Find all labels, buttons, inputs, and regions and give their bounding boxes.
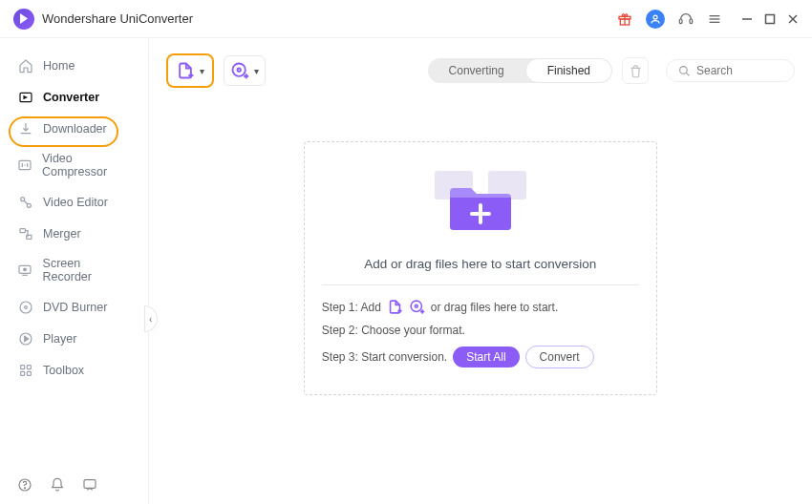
player-icon [17, 330, 33, 346]
svg-rect-10 [766, 14, 775, 23]
divider [322, 284, 639, 285]
menu-icon[interactable] [707, 11, 722, 27]
svg-rect-18 [20, 228, 25, 232]
sidebar-item-home[interactable]: Home [0, 50, 148, 81]
sidebar-item-editor[interactable]: Video Editor [0, 186, 148, 218]
sidebar-item-label: Screen Recorder [43, 257, 131, 284]
sidebar-item-label: Merger [43, 227, 81, 241]
add-file-icon [176, 61, 195, 80]
app-logo-icon [13, 9, 34, 30]
sidebar-item-player[interactable]: Player [0, 323, 148, 354]
sidebar-item-label: Player [43, 332, 76, 346]
step-1: Step 1: Add or drag files here to start. [322, 299, 639, 315]
window-minimize-icon[interactable] [741, 13, 753, 25]
window-maximize-icon[interactable] [764, 13, 776, 25]
add-file-icon [387, 299, 403, 315]
svg-rect-32 [84, 480, 96, 489]
window-close-icon[interactable] [787, 13, 799, 25]
step1-suffix: or drag files here to start. [431, 301, 558, 314]
recorder-icon [17, 262, 33, 279]
user-avatar-icon[interactable] [646, 10, 665, 29]
svg-point-39 [680, 66, 688, 74]
dropzone-text: Add or drag files here to start conversi… [322, 257, 639, 271]
svg-rect-27 [27, 365, 31, 368]
home-icon [17, 57, 33, 74]
convert-button[interactable]: Convert [525, 346, 594, 368]
sidebar-item-compressor[interactable]: Video Compressor [0, 144, 148, 186]
svg-point-35 [232, 64, 245, 76]
add-file-button[interactable]: ▾ [166, 53, 214, 88]
svg-point-3 [653, 15, 657, 19]
titlebar-right [617, 10, 799, 29]
chevron-down-icon: ▾ [254, 66, 259, 76]
svg-rect-28 [20, 371, 24, 375]
step-2: Step 2: Choose your format. [322, 324, 639, 337]
sidebar-item-converter[interactable]: Converter [0, 81, 148, 113]
help-icon[interactable] [17, 477, 32, 493]
add-disc-button[interactable]: ▾ [224, 55, 266, 86]
svg-line-17 [24, 200, 28, 204]
search-box[interactable] [666, 59, 795, 82]
merger-icon [17, 225, 33, 242]
dropzone[interactable]: Add or drag files here to start conversi… [304, 141, 657, 395]
svg-point-24 [24, 305, 27, 308]
sidebar-item-recorder[interactable]: Screen Recorder [0, 249, 148, 291]
svg-point-47 [411, 301, 421, 311]
main-panel: ▾ ▾ Converting Finished [149, 38, 812, 504]
sidebar-item-label: Converter [43, 91, 99, 104]
tab-converting[interactable]: Converting [428, 58, 525, 83]
feedback-icon[interactable] [82, 477, 97, 493]
svg-point-21 [24, 268, 27, 271]
start-all-button[interactable]: Start All [453, 346, 519, 368]
sidebar: Home Converter Downloader Video Compress… [0, 38, 149, 504]
toolbar: ▾ ▾ Converting Finished [166, 53, 795, 88]
sidebar-item-label: Toolbox [43, 364, 84, 377]
step1-prefix: Step 1: Add [322, 301, 381, 314]
svg-line-40 [686, 73, 689, 75]
editor-icon [17, 194, 33, 210]
app-title: Wondershare UniConverter [42, 11, 193, 26]
trash-icon [629, 64, 643, 78]
dvd-icon [17, 299, 33, 315]
sidebar-item-dvd[interactable]: DVD Burner [0, 291, 148, 323]
titlebar: Wondershare UniConverter [0, 0, 812, 38]
compressor-icon [17, 158, 32, 174]
toolbox-icon [17, 362, 33, 378]
search-icon [678, 65, 691, 77]
svg-point-48 [415, 304, 417, 307]
svg-rect-26 [20, 365, 24, 368]
gift-icon[interactable] [617, 11, 632, 27]
svg-rect-5 [690, 19, 693, 24]
sidebar-item-label: DVD Burner [43, 301, 107, 314]
svg-point-36 [237, 69, 240, 72]
svg-rect-4 [679, 19, 682, 24]
sidebar-item-label: Home [43, 59, 75, 73]
sidebar-item-label: Video Compressor [42, 152, 131, 178]
sidebar-item-label: Downloader [43, 122, 107, 136]
svg-rect-29 [27, 371, 31, 375]
folder-plus-icon [423, 163, 538, 240]
add-disc-icon [409, 299, 425, 315]
search-input[interactable] [696, 64, 782, 77]
sidebar-item-toolbox[interactable]: Toolbox [0, 354, 148, 386]
add-disc-icon [230, 61, 249, 80]
status-tabs: Converting Finished [428, 58, 612, 83]
chevron-down-icon: ▾ [200, 66, 204, 76]
titlebar-left: Wondershare UniConverter [13, 9, 193, 30]
sidebar-item-label: Video Editor [43, 196, 108, 209]
support-icon[interactable] [678, 11, 694, 27]
downloader-icon [17, 120, 33, 136]
delete-button[interactable] [622, 57, 649, 84]
notifications-icon[interactable] [50, 477, 65, 493]
tab-finished[interactable]: Finished [525, 58, 612, 83]
svg-point-23 [20, 302, 32, 313]
step3-text: Step 3: Start conversion. [322, 350, 447, 364]
svg-point-31 [24, 488, 25, 489]
sidebar-item-merger[interactable]: Merger [0, 218, 148, 249]
step-3: Step 3: Start conversion. Start All Conv… [322, 346, 639, 368]
sidebar-item-downloader[interactable]: Downloader [0, 113, 148, 144]
converter-icon [17, 89, 33, 105]
